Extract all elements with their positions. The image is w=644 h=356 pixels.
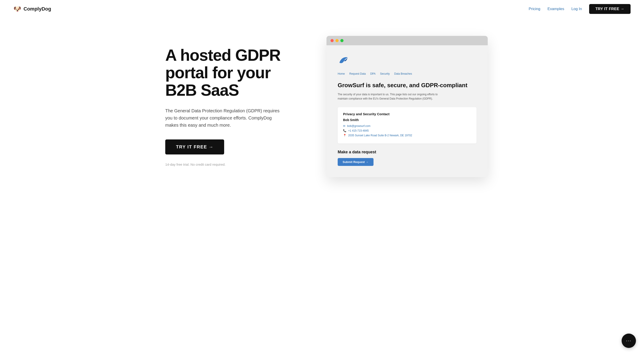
browser-card-email-row: ✉ bob@growsurf.com <box>343 124 471 128</box>
chat-widget[interactable]: ··· <box>622 333 636 348</box>
browser-submit-request-button[interactable]: Submit Request → <box>338 158 374 166</box>
chat-dots-icon: ··· <box>626 338 632 344</box>
browser-card-phone-row: 📞 +1 415-715-4845 <box>343 129 471 132</box>
hero-trial-text: 14-day free trial. No credit card requir… <box>165 162 295 166</box>
browser-dot-close <box>330 39 334 42</box>
hero-left: A hosted GDPR portal for your B2B SaaS T… <box>165 47 295 166</box>
browser-card-phone: +1 415-715-4845 <box>348 129 369 132</box>
navbar: 🐶 ComplyDog Pricing Examples Log In TRY … <box>0 0 644 18</box>
browser-dot-minimize <box>336 39 338 42</box>
browser-card-address: 2035 Sunset Lake Road Suite B-2 Newark, … <box>348 134 412 137</box>
logo-text: ComplyDog <box>24 6 51 12</box>
nav-links: Pricing Examples Log In TRY IT FREE → <box>529 4 630 14</box>
browser-nav: Home Request Data DPA Security Data Brea… <box>338 72 476 75</box>
browser-nav-request-data[interactable]: Request Data <box>349 72 366 75</box>
browser-dot-maximize <box>340 39 344 42</box>
hero-title: A hosted GDPR portal for your B2B SaaS <box>165 47 295 99</box>
hero-section: A hosted GDPR portal for your B2B SaaS T… <box>143 18 501 195</box>
nav-examples[interactable]: Examples <box>548 7 564 11</box>
nav-login[interactable]: Log In <box>572 7 582 11</box>
browser-desc: The security of your data is important t… <box>338 92 441 101</box>
logo-icon: 🐶 <box>14 5 21 13</box>
browser-nav-security[interactable]: Security <box>380 72 390 75</box>
browser-nav-dpa[interactable]: DPA <box>370 72 376 75</box>
browser-card-name: Bob Smith <box>343 118 471 122</box>
browser-data-request-heading: Make a data request <box>338 150 476 154</box>
browser-bar <box>326 36 488 45</box>
browser-nav-data-breaches[interactable]: Data Breaches <box>394 72 412 75</box>
browser-logo <box>338 54 476 67</box>
browser-content: Home Request Data DPA Security Data Brea… <box>326 45 488 177</box>
browser-card-email: bob@growsurf.com <box>347 124 370 128</box>
browser-card-title: Privacy and Security Contact <box>343 112 471 116</box>
nav-pricing[interactable]: Pricing <box>529 7 540 11</box>
hero-right: Home Request Data DPA Security Data Brea… <box>308 36 488 177</box>
hero-cta-button[interactable]: TRY IT FREE → <box>165 139 224 154</box>
browser-nav-home[interactable]: Home <box>338 72 345 75</box>
logo[interactable]: 🐶 ComplyDog <box>14 5 51 13</box>
location-icon: 📍 <box>343 134 346 137</box>
hero-subtitle: The General Data Protection Regulation (… <box>165 107 282 129</box>
phone-icon: 📞 <box>343 129 346 132</box>
browser-heading: GrowSurf is safe, secure, and GDPR-compl… <box>338 82 476 89</box>
browser-mockup: Home Request Data DPA Security Data Brea… <box>326 36 488 177</box>
email-icon: ✉ <box>343 124 345 128</box>
nav-cta-button[interactable]: TRY IT FREE → <box>589 4 630 14</box>
browser-contact-card: Privacy and Security Contact Bob Smith ✉… <box>338 107 476 143</box>
browser-card-address-row: 📍 2035 Sunset Lake Road Suite B-2 Newark… <box>343 134 471 137</box>
